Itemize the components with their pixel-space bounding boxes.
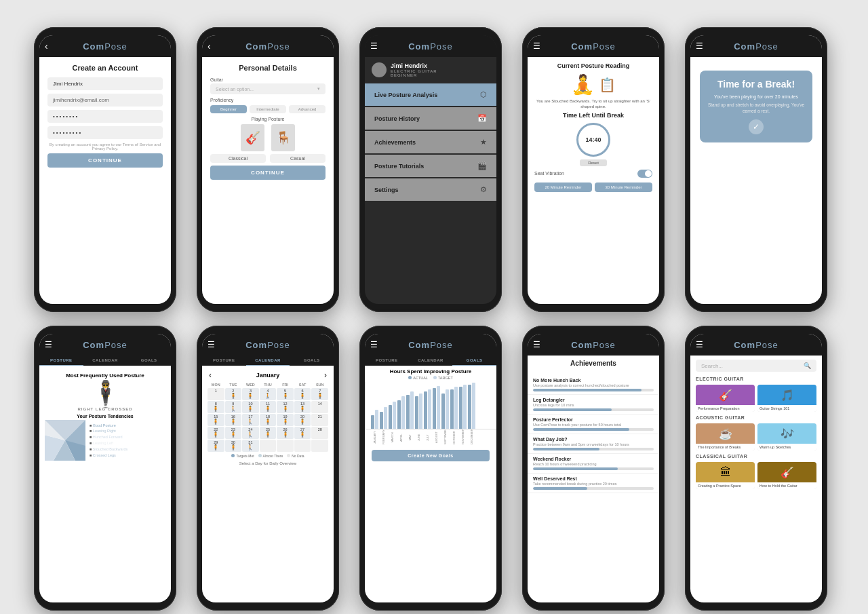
menu-icon[interactable]: ☰ (45, 340, 52, 349)
tab-calendar[interactable]: CALENDAR (409, 356, 453, 366)
cal-day-30[interactable]: 30🧍 (225, 440, 242, 452)
cal-day-18[interactable]: 18🧍 (260, 414, 277, 426)
tab-calendar[interactable]: CALENDAR (246, 356, 290, 366)
cal-day-12[interactable]: 12🧍 (277, 401, 294, 413)
cal-day-8[interactable]: 8🧍 (208, 401, 224, 413)
phone-achievements: ☰ ComPose Achievements No More Hunch Bac… (522, 326, 665, 611)
cal-day-7[interactable]: 7🧍 (311, 388, 328, 400)
menu-icon[interactable]: ☰ (533, 340, 540, 349)
cal-day-13[interactable]: 13🧍 (294, 401, 311, 413)
tab-posture[interactable]: POSTURE (39, 356, 83, 366)
next-month-button[interactable]: › (324, 370, 327, 380)
cal-day-4[interactable]: 4🚶 (260, 388, 277, 400)
avatar (372, 62, 387, 77)
classical-button[interactable]: Classical (210, 154, 266, 163)
cal-day-21[interactable]: 21 (311, 414, 328, 426)
advanced-button[interactable]: Advanced (289, 105, 326, 113)
casual-button[interactable]: Casual (270, 154, 326, 163)
cal-day-27[interactable]: 27🧍 (294, 427, 311, 439)
cal-day-31[interactable]: 31🚶 (242, 440, 259, 452)
cal-day-29[interactable]: 29🧍 (208, 440, 224, 452)
phone-posture-stats: ☰ ComPose POSTURE CALENDAR GOALS Most Fr… (34, 326, 176, 611)
break-subtitle: You've been playing for over 20 minutes (705, 94, 807, 99)
bar-nov (459, 385, 467, 429)
cal-day-24[interactable]: 24🚶 (242, 427, 259, 439)
cal-day-16[interactable]: 16🧍 (225, 414, 242, 426)
menu-item-live-posture[interactable]: Live Posture Analysis ⬡ (365, 83, 496, 106)
bar-may (406, 391, 414, 429)
posture-name-label: RIGHT LEG CROSSED (45, 407, 165, 411)
cal-day-19[interactable]: 19🧍 (277, 414, 294, 426)
email-field[interactable]: jimihendrix@email.com (47, 94, 163, 107)
reset-button[interactable]: Reset (580, 159, 607, 166)
cal-day-2[interactable]: 2🧍 (225, 388, 242, 400)
tutorial-importance-breaks[interactable]: ☕ The Importance of Breaks (696, 423, 755, 450)
tutorial-performance-preparation[interactable]: 🎸 Performance Preparation (696, 385, 755, 412)
personal-details-title: Personal Details (210, 64, 326, 72)
bar-feb (380, 407, 387, 429)
cal-day-28[interactable]: 28 (311, 427, 328, 439)
tutorial-how-to-hold-guitar[interactable]: 🎸 How to Hold the Guitar (757, 462, 816, 489)
search-bar[interactable]: Search... 🔍 (696, 360, 816, 372)
menu-icon[interactable]: ☰ (370, 41, 378, 51)
tutorial-label-6: How to Hold the Guitar (757, 482, 816, 489)
continue-button-pd[interactable]: CONTINUE (210, 166, 326, 180)
seat-vibration-toggle[interactable] (637, 170, 652, 178)
cal-day-26[interactable]: 26🧍 (277, 427, 294, 439)
progress-bar-4 (533, 448, 654, 450)
tutorial-warm-up-sketches[interactable]: 🎶 Warm up Sketches (757, 423, 816, 450)
calendar-header: ‹ January › (205, 368, 331, 382)
tutorial-guitar-strings-101[interactable]: 🎵 Guitar Strings 101 (757, 385, 816, 412)
tab-calendar[interactable]: CALENDAR (83, 356, 127, 366)
cal-day-17[interactable]: 17🚶 (242, 414, 259, 426)
app-logo: ComPose (408, 340, 453, 350)
cal-day-14[interactable]: 14 (311, 401, 328, 413)
tabs-row: POSTURE CALENDAR GOALS (365, 356, 496, 366)
menu-item-settings[interactable]: Settings ⚙ (365, 178, 496, 201)
tab-goals[interactable]: GOALS (452, 356, 496, 366)
menu-icon[interactable]: ☰ (696, 41, 703, 51)
tutorial-creating-practice-space[interactable]: 🏛 Creating a Practice Space (696, 462, 755, 489)
intermediate-button[interactable]: Intermediate (250, 105, 286, 113)
cal-day-3[interactable]: 3🧍 (242, 388, 259, 400)
name-field[interactable]: Jimi Hendrix (47, 77, 163, 90)
guitar-select[interactable]: Select an option... ▾ (210, 83, 326, 94)
password-field-2[interactable]: ••••••••• (47, 126, 163, 139)
bar-jul (424, 389, 431, 429)
menu-icon[interactable]: ☰ (208, 340, 215, 349)
tab-posture[interactable]: POSTURE (202, 356, 246, 366)
20-min-reminder[interactable]: 20 Minute Reminder (534, 183, 592, 192)
password-field-1[interactable]: •••••••• (47, 110, 163, 123)
tab-goals[interactable]: GOALS (290, 356, 334, 366)
menu-icon[interactable]: ☰ (696, 340, 703, 349)
cal-day-23[interactable]: 23🧍 (225, 427, 242, 439)
tab-posture[interactable]: POSTURE (365, 356, 409, 366)
back-icon[interactable]: ‹ (208, 41, 211, 52)
cal-day-11[interactable]: 11🧍 (260, 401, 277, 413)
video-icon: 🎬 (477, 161, 487, 170)
cal-day-22[interactable]: 22🧍 (208, 427, 224, 439)
30-min-reminder[interactable]: 30 Minute Reminder (595, 183, 652, 192)
menu-icon[interactable]: ☰ (533, 41, 540, 51)
back-icon[interactable]: ‹ (45, 41, 48, 52)
break-check-icon[interactable]: ✓ (749, 119, 764, 134)
cal-day-1[interactable]: 1 (208, 388, 224, 400)
tab-goals[interactable]: GOALS (127, 356, 171, 366)
beginner-button[interactable]: Beginner (210, 105, 247, 113)
cal-day-9[interactable]: 9🚶 (225, 401, 242, 413)
cal-day-15[interactable]: 15🧍 (208, 414, 224, 426)
progress-bar-3 (533, 428, 654, 431)
menu-item-posture-history[interactable]: Posture History 📅 (365, 107, 496, 130)
month-title: January (256, 372, 280, 379)
menu-item-achievements[interactable]: Achievements ★ (365, 131, 496, 153)
menu-icon[interactable]: ☰ (370, 340, 378, 349)
cal-day-25[interactable]: 25🧍 (260, 427, 277, 439)
cal-day-20[interactable]: 20🧍 (294, 414, 311, 426)
cal-day-10[interactable]: 10🧍 (242, 401, 259, 413)
continue-button[interactable]: CONTINUE (47, 153, 163, 168)
create-goals-button[interactable]: Create New Goals (372, 450, 490, 461)
menu-item-tutorials[interactable]: Posture Tutorials 🎬 (365, 155, 496, 177)
prev-month-button[interactable]: ‹ (209, 370, 212, 380)
cal-day-5[interactable]: 5🧍 (277, 388, 294, 400)
cal-day-6[interactable]: 6🧍 (294, 388, 311, 400)
